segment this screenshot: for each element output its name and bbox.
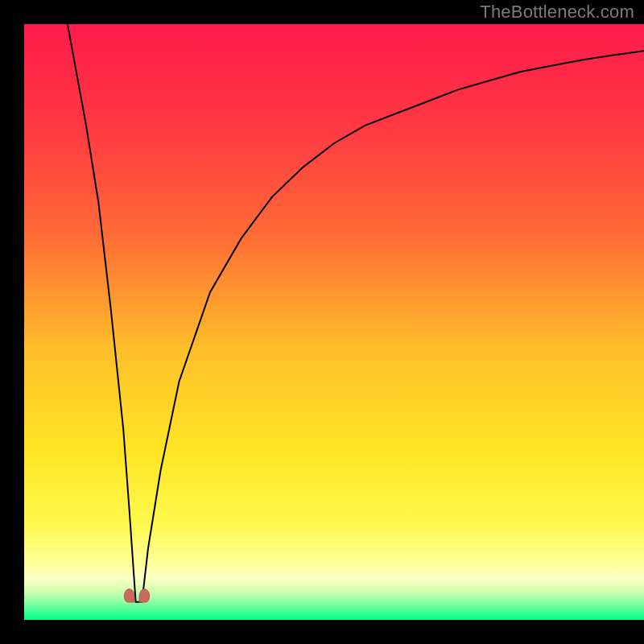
plot-inner [24, 24, 644, 620]
optimum-marker [123, 583, 151, 604]
attribution-label: TheBottleneck.com [480, 2, 634, 23]
bottleneck-curve [68, 24, 644, 602]
plot-area [24, 24, 644, 620]
curve-layer [24, 24, 644, 620]
